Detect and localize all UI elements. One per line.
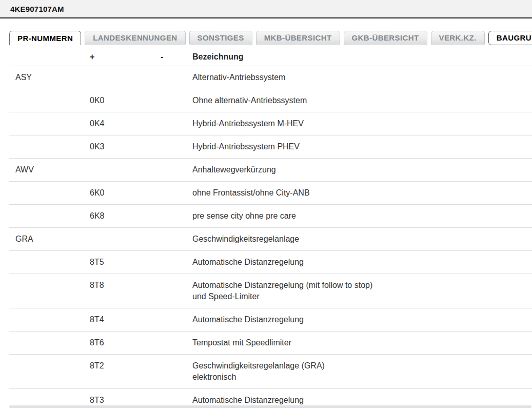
pr-code-cell	[86, 159, 158, 181]
group-code-cell	[9, 89, 86, 112]
minus-cell	[158, 112, 191, 135]
table-row: 8T5Automatische Distanzregelung	[9, 251, 532, 274]
column-header-plus: +	[86, 48, 158, 66]
tab-bar: PR-NUMMERNLANDESKENNUNGENSONSTIGESMKB-ÜB…	[9, 31, 532, 45]
pr-code-cell: 0K0	[86, 89, 158, 112]
description-cell: Geschwindigkeitsregelanlage	[191, 228, 532, 250]
pr-code-cell: 0K3	[86, 135, 158, 158]
horizontal-scrollbar-track	[9, 405, 531, 408]
pr-code-cell: 8T8	[86, 274, 158, 308]
minus-cell	[158, 205, 191, 227]
group-code-cell	[9, 205, 86, 227]
minus-cell	[158, 182, 191, 204]
table-row: 0K4Hybrid-Antriebssystem M-HEV	[9, 112, 532, 135]
description-cell: Hybrid-Antriebssystem PHEV	[191, 135, 532, 158]
description-cell: pre sense city ohne pre care	[191, 205, 532, 227]
table-row: 6K0ohne Frontassist/ohne City-ANB	[9, 182, 532, 205]
table-row-group: ASYAlternativ-Antriebssystem	[9, 66, 532, 89]
column-header-minus: -	[158, 48, 191, 66]
table-header-row: + - Bezeichnung	[9, 48, 532, 66]
group-code-cell	[9, 112, 86, 135]
pr-code-cell	[86, 228, 158, 250]
part-number: 4KE907107AM	[10, 5, 64, 13]
minus-cell	[158, 159, 191, 181]
tab-mkb-ubersicht[interactable]: MKB-ÜBERSICHT	[256, 31, 340, 45]
tab-pr-nummern[interactable]: PR-NUMMERN	[9, 31, 81, 45]
description-cell: Hybrid-Antriebssystem M-HEV	[191, 112, 532, 135]
group-code-cell: AWV	[9, 159, 86, 181]
horizontal-scrollbar-thumb[interactable]	[9, 405, 531, 408]
minus-cell	[158, 355, 191, 388]
table-row: 6K8pre sense city ohne pre care	[9, 205, 532, 228]
description-cell: Automatische Distanzregelung (mit follow…	[191, 274, 532, 308]
table-row: 8T4Automatische Distanzregelung	[9, 308, 532, 332]
description-cell: Anhaltewegverkürzung	[191, 159, 532, 181]
group-code-cell	[9, 251, 86, 274]
table-row-group: GRAGeschwindigkeitsregelanlage	[9, 228, 532, 251]
minus-cell	[158, 89, 191, 112]
group-code-cell	[9, 332, 86, 354]
pr-code-cell: 0K4	[86, 112, 158, 135]
group-code-cell	[9, 274, 86, 308]
group-code-cell: GRA	[9, 228, 86, 250]
minus-cell	[158, 332, 191, 354]
minus-cell	[158, 274, 191, 308]
pr-code-cell: 6K0	[86, 182, 158, 204]
pr-code-cell: 8T5	[86, 251, 158, 274]
group-code-cell: ASY	[9, 66, 86, 89]
tab-baugruppen[interactable]: BAUGRUPPEN	[488, 31, 532, 45]
minus-cell	[158, 135, 191, 158]
table-row: 0K0Ohne alternativ-Antriebssystem	[9, 89, 532, 112]
pr-code-cell: 8T2	[86, 355, 158, 388]
table-row: 8T2Geschwindigkeitsregelanlage (GRA) ele…	[9, 355, 532, 389]
description-cell: Automatische Distanzregelung	[191, 308, 532, 331]
minus-cell	[158, 308, 191, 331]
description-cell: Ohne alternativ-Antriebssystem	[191, 89, 532, 112]
group-code-cell	[9, 308, 86, 331]
topbar: 4KE907107AM	[0, 0, 532, 18]
description-cell: Alternativ-Antriebssystem	[191, 66, 532, 89]
column-header-bezeichnung: Bezeichnung	[191, 48, 532, 66]
pr-code-cell: 8T6	[86, 332, 158, 354]
table-body: ASYAlternativ-Antriebssystem0K0Ohne alte…	[9, 66, 532, 409]
tab-verk-kz[interactable]: VERK.KZ.	[431, 31, 485, 45]
description-cell: ohne Frontassist/ohne City-ANB	[191, 182, 532, 204]
tab-landeskennungen[interactable]: LANDESKENNUNGEN	[85, 31, 185, 45]
tab-gkb-ubersicht[interactable]: GKB-ÜBERSICHT	[344, 31, 427, 45]
pr-number-table: + - Bezeichnung ASYAlternativ-Antriebssy…	[9, 48, 532, 409]
minus-cell	[158, 66, 191, 89]
group-code-cell	[9, 182, 86, 204]
description-cell: Geschwindigkeitsregelanlage (GRA) elektr…	[191, 355, 532, 388]
pr-code-cell	[86, 66, 158, 89]
tab-sonstiges[interactable]: SONSTIGES	[189, 31, 252, 45]
table-row-group: AWVAnhaltewegverkürzung	[9, 159, 532, 182]
minus-cell	[158, 228, 191, 250]
table-row: 8T8Automatische Distanzregelung (mit fol…	[9, 274, 532, 308]
table-row: 8T6Tempostat mit Speedlimiter	[9, 332, 532, 355]
pr-code-cell: 6K8	[86, 205, 158, 227]
description-cell: Tempostat mit Speedlimiter	[191, 332, 532, 354]
group-code-cell	[9, 355, 86, 388]
pr-code-cell: 8T4	[86, 308, 158, 331]
minus-cell	[158, 251, 191, 274]
description-cell: Automatische Distanzregelung	[191, 251, 532, 274]
group-code-cell	[9, 135, 86, 158]
column-header-group	[9, 48, 86, 66]
table-row: 0K3Hybrid-Antriebssystem PHEV	[9, 135, 532, 159]
